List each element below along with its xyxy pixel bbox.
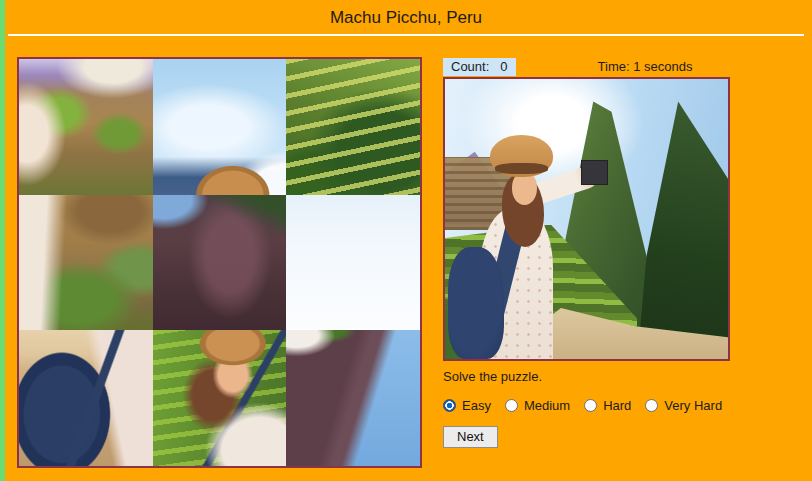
count-label: Count:: [451, 59, 489, 74]
puzzle-tile-pale-sky[interactable]: [286, 195, 420, 331]
next-button[interactable]: Next: [443, 426, 498, 448]
puzzle-tile-sleeve-ruins-stairs[interactable]: [19, 195, 153, 331]
count-badge: Count: 0: [443, 58, 516, 76]
radio-hard-circle[interactable]: [584, 399, 597, 412]
reference-backpack-shape: [448, 247, 505, 359]
radio-very-hard-circle[interactable]: [645, 399, 658, 412]
reference-camera-shape: [581, 160, 608, 184]
puzzle-tile-woman-face-hat[interactable]: [153, 330, 287, 466]
radio-easy-circle[interactable]: [443, 399, 456, 412]
radio-medium[interactable]: Medium: [505, 398, 570, 413]
radio-very-hard[interactable]: Very Hard: [645, 398, 722, 413]
header-divider: [8, 34, 804, 36]
time-text: Time: 1 seconds: [598, 59, 693, 74]
count-value: 0: [500, 59, 507, 74]
radio-medium-label[interactable]: Medium: [524, 398, 570, 413]
puzzle-tile-sky-cloud-hat[interactable]: [153, 59, 287, 195]
radio-easy[interactable]: Easy: [443, 398, 491, 413]
puzzle-tile-person-ruins-top[interactable]: [19, 59, 153, 195]
header: Machu Picchu, Peru: [0, 0, 812, 36]
puzzle-tile-green-terraces[interactable]: [286, 59, 420, 195]
radio-medium-circle[interactable]: [505, 399, 518, 412]
left-edge-stripe: [0, 0, 5, 481]
radio-easy-label[interactable]: Easy: [462, 398, 491, 413]
page-title: Machu Picchu, Peru: [0, 0, 812, 30]
radio-hard-label[interactable]: Hard: [603, 398, 631, 413]
radio-very-hard-label[interactable]: Very Hard: [664, 398, 722, 413]
right-panel: Count: 0 Time: 1 seconds Solve the puzzl…: [443, 57, 763, 448]
instruction-text: Solve the puzzle.: [443, 369, 763, 384]
reference-hat-band-shape: [495, 163, 549, 174]
puzzle-tile-backpack-dress[interactable]: [19, 330, 153, 466]
puzzle-grid: [17, 57, 422, 468]
puzzle-tile-mountain-slope-sky[interactable]: [286, 330, 420, 466]
stats-row: Count: 0 Time: 1 seconds: [443, 57, 763, 76]
puzzle-tile-dark-cliff[interactable]: [153, 195, 287, 331]
reference-image: [443, 77, 730, 361]
radio-hard[interactable]: Hard: [584, 398, 631, 413]
difficulty-options: Easy Medium Hard Very Hard: [443, 398, 763, 413]
